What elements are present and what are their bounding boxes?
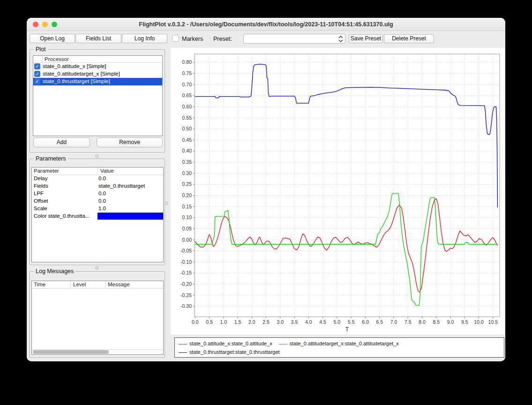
add-button[interactable]: Add (33, 138, 90, 147)
checked-checkbox-icon[interactable]: ✓ (34, 63, 40, 69)
svg-text:0.0: 0.0 (192, 319, 199, 325)
parameter-row[interactable]: Fieldsstate_0.thrusttarget (32, 183, 163, 190)
log-info-button[interactable]: Log Info (122, 34, 167, 43)
svg-text:9.0: 9.0 (447, 319, 454, 325)
save-preset-button[interactable]: Save Preset (349, 34, 383, 43)
preset-input[interactable] (246, 35, 335, 43)
parameter-value: 1.0 (98, 206, 106, 211)
legend-line-sample (179, 352, 187, 353)
grid-lines (195, 54, 500, 317)
preset-combobox[interactable] (243, 34, 345, 44)
svg-text:6.5: 6.5 (376, 319, 383, 325)
legend-label: state_0.attitudetarget_x:state_0.attitud… (290, 341, 399, 346)
scrollbar-thumb[interactable] (33, 350, 109, 354)
svg-text:0.40: 0.40 (182, 148, 192, 153)
chart-legend: state_0.attitude_x:state_0.attitude_xsta… (174, 337, 504, 358)
markers-checkbox[interactable] (172, 35, 179, 42)
parameters-table-body: Delay0.0Fieldsstate_0.thrusttargetLPF0.0… (32, 175, 163, 220)
fields-list-button[interactable]: Fields List (75, 34, 121, 43)
horizontal-scrollbar[interactable] (32, 349, 163, 354)
time-column-header: Time (34, 282, 45, 287)
message-column-header: Message (108, 282, 130, 287)
combo-stepper-icon[interactable] (338, 35, 344, 43)
svg-text:0.10: 0.10 (182, 214, 192, 220)
parameter-row[interactable]: Offset0.0 (32, 198, 163, 205)
processor-list-body: ✓state_0.attitude_x [Simple]✓state_0.att… (33, 63, 162, 85)
svg-text:3.0: 3.0 (277, 319, 284, 325)
window-title: FlightPlot v.0.3.2 - /Users/oleg/Documen… (27, 21, 505, 28)
parameter-column-header: Parameter (34, 168, 59, 174)
value-column-header: Value (100, 168, 114, 174)
legend-item: state_0.attitudetarget_x:state_0.attitud… (279, 339, 399, 348)
parameter-value: state_0.thrusttarget (98, 183, 145, 189)
svg-text:2.0: 2.0 (248, 319, 255, 325)
chart-panel: 0.00.51.01.52.02.53.03.54.04.55.05.56.06… (171, 48, 505, 335)
title-bar[interactable]: FlightPlot v.0.3.2 - /Users/oleg/Documen… (27, 18, 505, 31)
parameter-name: Scale (34, 206, 97, 211)
processor-row[interactable]: ✓state_0.attitudetarget_x [Simple] (33, 70, 162, 78)
splitter-handle[interactable] (165, 201, 168, 205)
svg-text:1.5: 1.5 (234, 319, 241, 325)
parameters-table-header: Parameter Value (32, 168, 163, 175)
svg-text:0.15: 0.15 (182, 204, 192, 209)
svg-text:0.80: 0.80 (182, 59, 192, 65)
parameter-value: 0.0 (98, 176, 106, 181)
svg-text:6.0: 6.0 (362, 319, 369, 325)
svg-text:7.5: 7.5 (405, 319, 412, 325)
svg-text:5.0: 5.0 (334, 319, 341, 325)
svg-text:9.5: 9.5 (461, 319, 468, 325)
splitter-handle[interactable] (95, 266, 99, 270)
column-divider (42, 56, 43, 62)
checked-checkbox-icon[interactable]: ✓ (34, 71, 40, 77)
checked-checkbox-icon[interactable]: ✓ (34, 78, 40, 84)
plot-panel: Plot Processor ✓state_0.attitude_x [Simp… (30, 49, 165, 153)
series-line-2 (195, 64, 497, 207)
remove-button[interactable]: Remove (97, 138, 163, 147)
parameters-panel: Parameters Parameter Value Delay0.0Field… (30, 159, 165, 265)
parameter-row[interactable]: LPF0.0 (32, 190, 163, 198)
legend-line-sample (179, 344, 187, 344)
parameter-value: 0.0 (98, 198, 106, 204)
parameter-row[interactable]: Delay0.0 (32, 175, 163, 183)
svg-text:0.50: 0.50 (182, 126, 192, 131)
axis-ticks (193, 62, 493, 318)
column-divider (97, 168, 98, 174)
svg-text:8.0: 8.0 (419, 319, 426, 325)
preset-label: Preset: (213, 36, 232, 42)
processor-label: state_0.attitude_x [Simple] (43, 63, 106, 69)
svg-text:-0.20: -0.20 (180, 281, 192, 287)
legend-row: state_0.attitude_x:state_0.attitude_xsta… (179, 339, 500, 348)
level-column-header: Level (73, 282, 86, 287)
parameter-row[interactable]: Scale1.0 (32, 205, 163, 213)
svg-text:3.5: 3.5 (291, 319, 298, 325)
svg-text:0.00: 0.00 (182, 237, 192, 243)
processor-table-header: Processor (33, 56, 162, 63)
log-messages-panel-title: Log Messages (34, 268, 75, 275)
color-swatch[interactable] (97, 213, 163, 220)
log-messages-table[interactable]: Time Level Message (31, 281, 164, 355)
processor-row[interactable]: ✓state_0.thrusttarget [Simple] (33, 78, 162, 85)
log-table-header: Time Level Message (32, 281, 163, 289)
series-group (195, 64, 497, 306)
processor-table[interactable]: Processor ✓state_0.attitude_x [Simple]✓s… (33, 55, 163, 136)
parameter-value: 0.0 (98, 191, 106, 196)
svg-text:0.65: 0.65 (182, 92, 192, 98)
parameters-table[interactable]: Parameter Value Delay0.0Fieldsstate_0.th… (31, 167, 164, 262)
delete-preset-button[interactable]: Delete Preset (384, 34, 434, 43)
processor-row[interactable]: ✓state_0.attitude_x [Simple] (33, 63, 162, 70)
svg-text:0.25: 0.25 (182, 181, 192, 187)
splitter-handle[interactable] (95, 154, 99, 158)
svg-text:0.20: 0.20 (182, 192, 192, 198)
flight-chart[interactable]: 0.00.51.01.52.02.53.03.54.04.55.05.56.06… (171, 48, 505, 335)
legend-item: state_0.attitude_x:state_0.attitude_x (179, 339, 272, 348)
parameter-row-color[interactable]: Color state_0.thrustta... (32, 213, 163, 220)
svg-text:8.5: 8.5 (433, 319, 440, 325)
log-messages-panel: Log Messages Time Level Message (30, 271, 165, 358)
legend-label: state_0.thrusttarget:state_0.thrusttarge… (189, 349, 280, 355)
svg-text:0.75: 0.75 (182, 70, 192, 76)
legend-label: state_0.attitude_x:state_0.attitude_x (189, 341, 272, 346)
open-log-button[interactable]: Open Log (30, 34, 75, 43)
svg-text:0.45: 0.45 (182, 137, 192, 143)
svg-text:-0.25: -0.25 (180, 292, 192, 298)
svg-text:2.5: 2.5 (262, 319, 270, 325)
